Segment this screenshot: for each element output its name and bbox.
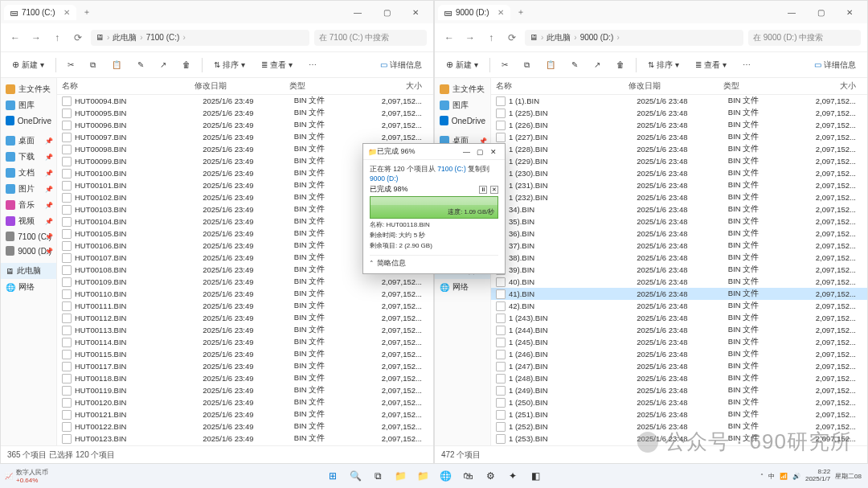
sidebar-item[interactable]: 桌面📌	[1, 133, 56, 149]
titlebar[interactable]: 🖴 9000 (D:) ✕ ＋ — ▢ ✕	[435, 1, 867, 23]
col-size[interactable]: 大小	[346, 80, 428, 92]
file-row[interactable]: 40).BIN2025/1/6 23:48BIN 文件2,097,152...	[491, 276, 867, 288]
file-row[interactable]: 1 (246).BIN2025/1/6 23:48BIN 文件2,097,152…	[491, 348, 867, 360]
sidebar-item[interactable]: 下载📌	[1, 149, 56, 165]
file-row[interactable]: HUT00122.BIN2025/1/6 23:49BIN 文件2,097,15…	[57, 420, 433, 433]
sidebar-item[interactable]: 图库	[1, 97, 56, 113]
file-row[interactable]: HUT00120.BIN2025/1/6 23:49BIN 文件2,097,15…	[57, 396, 433, 408]
file-row[interactable]: HUT00112.BIN2025/1/6 23:49BIN 文件2,097,15…	[57, 312, 433, 324]
cut-button[interactable]: ✂	[497, 58, 513, 72]
file-row[interactable]: 1 (229).BIN2025/1/6 23:48BIN 文件2,097,152…	[491, 155, 867, 167]
file-row[interactable]: 1 (232).BIN2025/1/6 23:48BIN 文件2,097,152…	[491, 191, 867, 203]
explorer-taskbar-icon-2[interactable]: 📁	[414, 467, 432, 485]
delete-button[interactable]: 🗑	[612, 58, 629, 72]
copy-progress-dialog[interactable]: 📁 已完成 96% — ▢ ✕ 正在将 120 个项目从 7100 (C:) 复…	[362, 143, 506, 274]
ime-icon[interactable]: 中	[768, 472, 775, 481]
close-tab-icon[interactable]: ✕	[497, 8, 504, 17]
file-row[interactable]: 1 (227).BIN2025/1/6 23:48BIN 文件2,097,152…	[491, 131, 867, 143]
edge-icon[interactable]: 🌐	[436, 467, 454, 485]
file-row[interactable]: 1 (251).BIN2025/1/6 23:48BIN 文件2,097,152…	[491, 408, 867, 420]
file-row[interactable]: 35).BIN2025/1/6 23:48BIN 文件2,097,152...	[491, 215, 867, 228]
settings-icon[interactable]: ⚙	[481, 467, 499, 485]
col-date[interactable]: 修改日期	[628, 80, 723, 92]
sidebar-item[interactable]: 🌐网络	[1, 279, 56, 295]
close-button[interactable]: ✕	[835, 1, 864, 23]
app-icon[interactable]: ✦	[504, 467, 522, 485]
breadcrumb[interactable]: 🖥 › 此电脑 › 9000 (D:) ›	[525, 30, 743, 46]
paste-button[interactable]: 📋	[107, 58, 126, 72]
explorer-taskbar-icon[interactable]: 📁	[391, 467, 409, 485]
file-row[interactable]: 1 (249).BIN2025/1/6 23:48BIN 文件2,097,152…	[491, 384, 867, 396]
maximize-button[interactable]: ▢	[372, 1, 401, 23]
sidebar-item[interactable]: 9000 (D:)📌	[1, 244, 56, 258]
file-row[interactable]: 1 (228).BIN2025/1/6 23:48BIN 文件2,097,152…	[491, 143, 867, 155]
new-tab-button[interactable]: ＋	[510, 3, 531, 21]
new-button[interactable]: ⊕新建▾	[7, 57, 49, 73]
file-row[interactable]: 37).BIN2025/1/6 23:48BIN 文件2,097,152...	[491, 240, 867, 252]
file-row[interactable]: 1 (245).BIN2025/1/6 23:48BIN 文件2,097,152…	[491, 336, 867, 348]
sort-button[interactable]: ⇅排序▾	[209, 57, 250, 73]
tab-active[interactable]: 🖴 7100 (C:) ✕	[4, 5, 76, 20]
col-type[interactable]: 类型	[723, 80, 780, 92]
file-row[interactable]: 34).BIN2025/1/6 23:48BIN 文件2,097,152...	[491, 203, 867, 215]
minimize-button[interactable]: —	[777, 1, 806, 23]
titlebar[interactable]: 🖴 7100 (C:) ✕ ＋ — ▢ ✕	[1, 1, 433, 23]
app-icon-2[interactable]: ◧	[526, 467, 544, 485]
search-input[interactable]: 在 9000 (D:) 中搜索	[748, 30, 861, 46]
file-row[interactable]: HUT00097.BIN2025/1/6 23:49BIN 文件2,097,15…	[57, 131, 433, 143]
details-pane-button[interactable]: ▭详细信息	[375, 57, 427, 73]
file-row[interactable]: 1 (248).BIN2025/1/6 23:48BIN 文件2,097,152…	[491, 372, 867, 384]
file-row[interactable]: HUT00095.BIN2025/1/6 23:49BIN 文件2,097,15…	[57, 107, 433, 119]
share-button[interactable]: ↗	[589, 58, 605, 72]
file-row[interactable]: HUT00111.BIN2025/1/6 23:49BIN 文件2,097,15…	[57, 300, 433, 312]
new-tab-button[interactable]: ＋	[76, 3, 97, 21]
file-row[interactable]: HUT00115.BIN2025/1/6 23:49BIN 文件2,097,15…	[57, 348, 433, 360]
copy-button[interactable]: ⧉	[519, 58, 534, 72]
tray-chevron-icon[interactable]: ˄	[760, 473, 764, 480]
crumb-pc[interactable]: 此电脑	[113, 32, 137, 43]
wifi-icon[interactable]: 📶	[780, 473, 788, 480]
up-button[interactable]: ↑	[483, 30, 499, 46]
close-button[interactable]: ✕	[401, 1, 430, 23]
file-row[interactable]: 36).BIN2025/1/6 23:48BIN 文件2,097,152...	[491, 228, 867, 240]
file-row[interactable]: HUT00113.BIN2025/1/6 23:49BIN 文件2,097,15…	[57, 324, 433, 336]
breadcrumb[interactable]: 🖥 › 此电脑 › 7100 (C:) ›	[91, 30, 309, 46]
sidebar-item[interactable]: 主文件夹	[1, 81, 56, 97]
close-tab-icon[interactable]: ✕	[63, 8, 70, 17]
maximize-button[interactable]: ▢	[806, 1, 835, 23]
details-pane-button[interactable]: ▭详细信息	[809, 57, 861, 73]
sidebar-item[interactable]: 7100 (C:)📌	[1, 229, 56, 244]
refresh-button[interactable]: ⟳	[70, 30, 86, 46]
sort-button[interactable]: ⇅排序▾	[643, 57, 684, 73]
copy-button[interactable]: ⧉	[85, 58, 100, 72]
more-button[interactable]: ⋯	[304, 58, 321, 72]
crumb-drive[interactable]: 7100 (C:)	[146, 33, 180, 42]
file-row[interactable]: HUT00123.BIN2025/1/6 23:49BIN 文件2,097,15…	[57, 433, 433, 445]
sidebar-item[interactable]: 图片📌	[1, 181, 56, 197]
file-row[interactable]: 1 (230).BIN2025/1/6 23:48BIN 文件2,097,152…	[491, 167, 867, 179]
minimize-icon[interactable]: —	[460, 148, 473, 156]
col-size[interactable]: 大小	[780, 80, 862, 92]
start-button[interactable]: ⊞	[324, 467, 342, 485]
file-row[interactable]: HUT00114.BIN2025/1/6 23:49BIN 文件2,097,15…	[57, 336, 433, 348]
clock[interactable]: 8:22 2025/1/7	[805, 469, 830, 483]
sidebar-item[interactable]: 音乐📌	[1, 197, 56, 213]
file-row[interactable]: 1 (243).BIN2025/1/6 23:48BIN 文件2,097,152…	[491, 312, 867, 324]
file-row[interactable]: HUT00118.BIN2025/1/6 23:49BIN 文件2,097,15…	[57, 372, 433, 384]
sidebar-item[interactable]: 视频📌	[1, 213, 56, 229]
fewer-details-toggle[interactable]: ˄简略信息	[370, 255, 498, 269]
col-name[interactable]: 名称	[496, 80, 628, 92]
cancel-copy-button[interactable]: ✕	[490, 186, 498, 194]
search-input[interactable]: 在 7100 (C:) 中搜索	[314, 30, 427, 46]
file-row[interactable]: 1 (247).BIN2025/1/6 23:48BIN 文件2,097,152…	[491, 360, 867, 372]
sidebar-item[interactable]: OneDrive	[435, 113, 490, 128]
file-row[interactable]: HUT00094.BIN2025/1/6 23:49BIN 文件2,097,15…	[57, 95, 433, 107]
minimize-button[interactable]: —	[343, 1, 372, 23]
file-row[interactable]: HUT00109.BIN2025/1/6 23:49BIN 文件2,097,15…	[57, 276, 433, 288]
column-headers[interactable]: 名称 修改日期 类型 大小	[57, 78, 433, 95]
close-icon[interactable]: ✕	[487, 148, 500, 156]
share-button[interactable]: ↗	[155, 58, 171, 72]
sidebar-item[interactable]: 🖥此电脑	[1, 263, 56, 279]
file-row[interactable]: 1 (244).BIN2025/1/6 23:48BIN 文件2,097,152…	[491, 324, 867, 336]
crumb-drive[interactable]: 9000 (D:)	[580, 33, 614, 42]
